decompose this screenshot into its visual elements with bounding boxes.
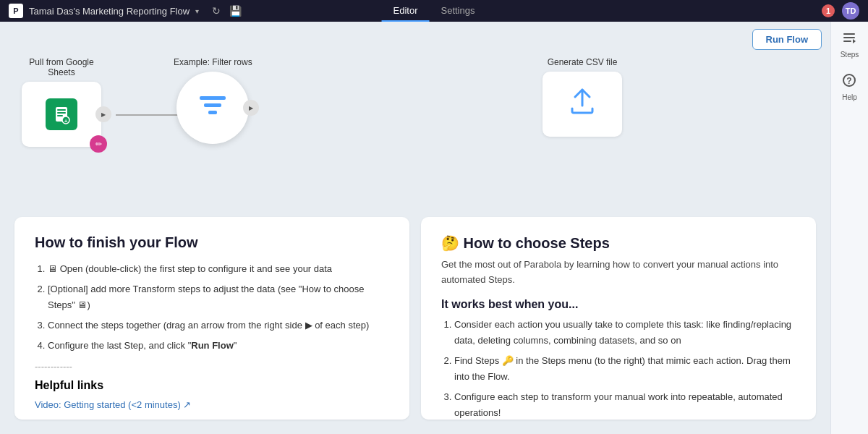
flow-canvas: Pull from GoogleSheets + ▶ — [0, 57, 830, 217]
play-right-icon-2[interactable]: ▶ — [243, 100, 259, 116]
svg-rect-10 — [204, 103, 221, 107]
works-best-title: It works best when you... — [441, 298, 796, 311]
steps-icon — [842, 30, 856, 48]
svg-rect-11 — [208, 111, 217, 114]
parabola-logo: P — [9, 4, 23, 18]
list-item: 🖥 Open (double-click) the first step to … — [48, 261, 389, 277]
help-label: Help — [842, 93, 857, 101]
sidebar-item-steps[interactable]: Steps — [841, 30, 859, 59]
refresh-icon[interactable]: ↻ — [212, 5, 221, 17]
thinking-emoji: 🤔 — [441, 235, 459, 251]
info-card-right: 🤔 How to choose Steps Get the most out o… — [421, 217, 816, 420]
step-label-2: Example: Filter rows — [174, 57, 252, 67]
play-right-icon-1[interactable]: ▶ — [95, 106, 111, 122]
step-node-2[interactable]: Example: Filter rows ▶ — [174, 57, 252, 144]
left-card-title: How to finish your Flow — [35, 234, 389, 251]
main-layout: Run Flow Pull from GoogleSheets — [0, 22, 868, 434]
step-card-3[interactable] — [542, 72, 622, 137]
svg-rect-4 — [57, 115, 63, 116]
topbar-title: Tamai Das's Marketing Reporting Flow — [29, 6, 190, 17]
left-card-steps: 🖥 Open (double-click) the first step to … — [35, 261, 389, 354]
save-icon[interactable]: 💾 — [229, 5, 242, 17]
info-cards: How to finish your Flow 🖥 Open (double-c… — [0, 217, 830, 434]
edit-badge-1[interactable]: ✏ — [90, 135, 107, 153]
right-card-steps: Consider each action you usually take to… — [441, 317, 796, 420]
svg-marker-15 — [853, 39, 856, 43]
topbar-icons: ↻ 💾 — [212, 5, 242, 17]
list-item: Configure the last Step, and click "Run … — [48, 338, 389, 354]
filter-icon — [197, 89, 229, 127]
topbar-tabs: Editor Settings — [382, 0, 487, 22]
list-item: Configure each step to transform your ma… — [454, 389, 796, 420]
step-card-2[interactable]: ▶ — [176, 72, 249, 144]
svg-rect-2 — [57, 109, 66, 111]
canvas-area: Run Flow Pull from GoogleSheets — [0, 22, 830, 434]
google-sheets-icon: + — [46, 98, 77, 130]
getting-started-link[interactable]: Video: Getting started (<2 minutes) ↗ — [35, 399, 191, 410]
sidebar-item-help[interactable]: ? Help — [842, 73, 857, 101]
step-card-1[interactable]: + ▶ ✏ — [22, 82, 101, 147]
divider: ------------ — [35, 361, 389, 372]
svg-rect-3 — [57, 112, 66, 114]
tab-settings[interactable]: Settings — [429, 0, 486, 22]
list-item: Connect the steps together (drag an arro… — [48, 318, 389, 333]
svg-text:+: + — [64, 118, 68, 124]
list-item: [Optional] add more Transform steps to a… — [48, 281, 389, 313]
chevron-down-icon[interactable]: ▾ — [195, 7, 199, 15]
topbar: P Tamai Das's Marketing Reporting Flow ▾… — [0, 0, 868, 22]
run-flow-button[interactable]: Run Flow — [752, 29, 822, 50]
tab-editor[interactable]: Editor — [382, 0, 430, 22]
right-card-title: 🤔 How to choose Steps — [441, 234, 796, 252]
right-card-title-text: How to choose Steps — [464, 235, 610, 251]
topbar-left: P Tamai Das's Marketing Reporting Flow ▾… — [9, 4, 242, 18]
upload-icon — [565, 84, 600, 125]
notification-badge[interactable]: 1 — [822, 4, 835, 17]
step-label-3: Generate CSV file — [548, 57, 618, 67]
right-card-intro: Get the most out of Parabola by learning… — [441, 258, 796, 288]
steps-label: Steps — [841, 51, 859, 59]
toolbar-row: Run Flow — [0, 22, 830, 57]
topbar-right: 1 TD — [822, 2, 859, 20]
help-icon: ? — [842, 73, 856, 91]
sidebar: Steps ? Help — [830, 22, 868, 434]
svg-text:?: ? — [847, 76, 852, 86]
step-label-1: Pull from GoogleSheets — [29, 57, 93, 77]
avatar[interactable]: TD — [842, 2, 859, 20]
svg-rect-9 — [200, 96, 226, 100]
step-node-3[interactable]: Generate CSV file — [542, 57, 622, 137]
step-node-1[interactable]: Pull from GoogleSheets + ▶ — [22, 57, 101, 147]
list-item: Find Steps 🔑 in the Steps menu (to the r… — [454, 353, 796, 385]
info-card-left: How to finish your Flow 🖥 Open (double-c… — [14, 217, 409, 420]
list-item: Consider each action you usually take to… — [454, 317, 796, 349]
helpful-links-title: Helpful links — [35, 379, 389, 392]
